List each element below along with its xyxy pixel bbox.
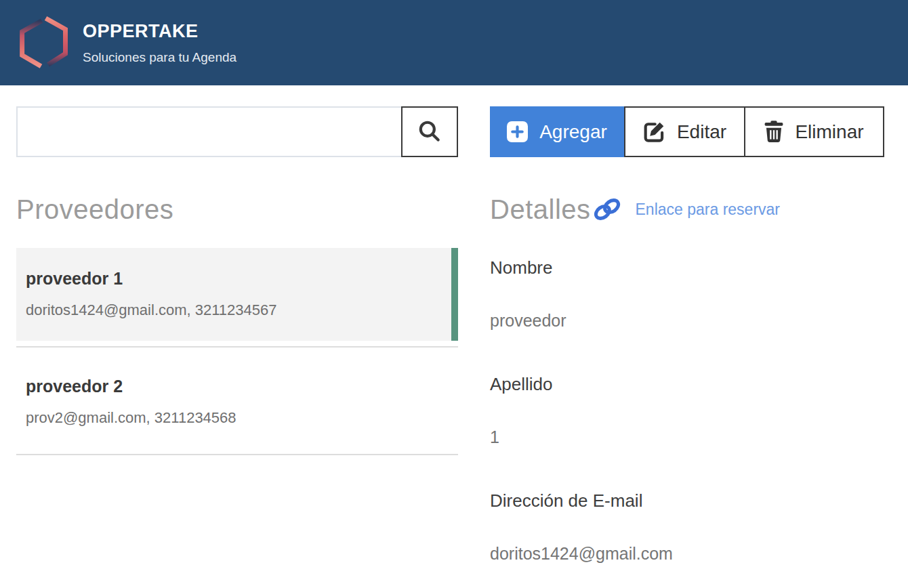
providers-panel: Proveedores proveedor 1 doritos1424@gmai… <box>16 106 458 463</box>
details-heading: Detalles <box>490 194 591 225</box>
action-toolbar: Agregar Editar <box>490 106 884 157</box>
provider-list-item[interactable]: proveedor 1 doritos1424@gmail.com, 32112… <box>16 248 458 341</box>
provider-contact: prov2@gmail.com, 3211234568 <box>26 408 447 427</box>
main-content: Proveedores proveedor 1 doritos1424@gmai… <box>0 85 908 588</box>
detail-field: Apellido 1 <box>490 374 884 447</box>
edit-button-label: Editar <box>677 121 726 143</box>
booking-link[interactable]: Enlace para reservar <box>636 201 781 219</box>
detail-field-label: Apellido <box>490 374 884 394</box>
search-input[interactable] <box>16 106 401 157</box>
provider-list: proveedor 1 doritos1424@gmail.com, 32112… <box>16 248 458 455</box>
detail-field-value: doritos1424@gmail.com <box>490 543 884 564</box>
trash-icon <box>764 121 783 143</box>
search-button[interactable] <box>401 106 458 157</box>
app-title: OPPERTAKE <box>83 21 236 42</box>
provider-name: proveedor 1 <box>26 268 440 289</box>
add-button[interactable]: Agregar <box>490 106 624 157</box>
detail-field-label: Dirección de E-mail <box>490 490 884 511</box>
search-bar <box>16 106 458 157</box>
detail-field: Dirección de E-mail doritos1424@gmail.co… <box>490 490 884 564</box>
list-divider <box>16 454 458 455</box>
app-header: OPPERTAKE Soluciones para tu Agenda <box>0 0 908 85</box>
detail-field: Nombre proveedor <box>490 257 884 331</box>
plus-icon <box>507 121 528 142</box>
delete-button-label: Eliminar <box>795 121 863 143</box>
providers-heading: Proveedores <box>16 194 173 225</box>
details-panel: Agregar Editar <box>490 106 884 588</box>
pencil-square-icon <box>643 121 665 143</box>
provider-name: proveedor 2 <box>26 376 447 397</box>
detail-field-value: proveedor <box>490 310 884 331</box>
hexagon-logo-icon <box>16 9 70 76</box>
detail-field-label: Nombre <box>490 257 884 278</box>
details-fields: Nombre proveedor Apellido 1 Dirección de… <box>490 257 884 564</box>
provider-list-item[interactable]: proveedor 2 prov2@gmail.com, 3211234568 <box>16 356 458 448</box>
search-icon <box>417 119 442 145</box>
app-subtitle: Soluciones para tu Agenda <box>83 50 236 65</box>
detail-field-value: 1 <box>490 427 884 447</box>
list-divider <box>16 346 458 348</box>
add-button-label: Agregar <box>539 121 607 143</box>
header-text: OPPERTAKE Soluciones para tu Agenda <box>83 21 236 65</box>
provider-contact: doritos1424@gmail.com, 3211234567 <box>26 301 440 319</box>
delete-button[interactable]: Eliminar <box>745 106 884 157</box>
edit-button[interactable]: Editar <box>624 106 745 157</box>
chain-link-icon[interactable] <box>592 196 622 222</box>
